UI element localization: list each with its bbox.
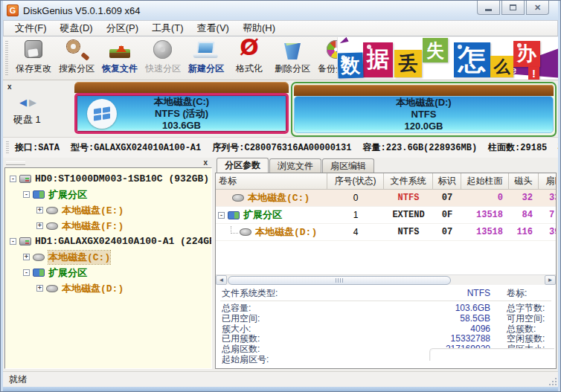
new-partition-button[interactable]: 新建分区 [185, 39, 228, 77]
expander-icon[interactable]: + [36, 285, 43, 292]
diskgenius-window: G DiskGenius V5.0.1.609 x64 ✕ 文件(F) 硬盘(D… [0, 0, 561, 392]
recover-files-button[interactable]: 恢复文件 [98, 39, 141, 77]
partition-d-box[interactable]: 本地磁盘(D:) NTFS 120.0GB [294, 96, 554, 133]
maximize-icon [510, 4, 516, 10]
menu-tools[interactable]: 工具(T) [145, 20, 190, 36]
tab-browse-files[interactable]: 浏览文件 [269, 158, 321, 173]
tree-item-hd1-extended[interactable]: - 扩展分区 [5, 265, 211, 280]
scroll-right-icon[interactable]: ► [545, 275, 556, 285]
tree-elbow [231, 226, 238, 234]
menu-disk[interactable]: 硬盘(D) [54, 20, 100, 36]
table-row-volume-d[interactable]: 本地磁盘(D:) 4 NTFS 07 13518 116 39 [216, 224, 556, 241]
partition-d-size: 120.0GB [404, 121, 443, 132]
new-partition-icon [193, 39, 219, 61]
disk-tree: - HD0:ST1000DM003-1SB10C (932GB) - 扩展分区 … [4, 167, 212, 369]
minimize-button[interactable] [477, 1, 500, 15]
extended-partition-icon [33, 269, 45, 277]
harddisk-icon [19, 175, 31, 183]
delete-partition-button[interactable]: 删除分区 [271, 39, 314, 77]
window-bottom-frame [3, 387, 558, 391]
partition-d-block[interactable]: 本地磁盘(D:) NTFS 120.0GB [291, 82, 557, 137]
partition-c-block[interactable]: 本地磁盘(C:) NTFS (活动) 103.6GB [74, 82, 289, 137]
expander-icon[interactable]: - [10, 176, 16, 182]
extended-partition-icon [33, 190, 45, 199]
right-panel: 分区参数 浏览文件 扇区编辑 卷标 序号(状态) 文件系统 标识 起始柱面 磁头… [215, 158, 558, 371]
maximize-button[interactable] [501, 1, 525, 15]
expander-icon[interactable]: - [23, 269, 30, 276]
close-icon: ✕ [534, 4, 541, 12]
tree-item-volume-d[interactable]: + 本地磁盘(D:) [5, 280, 211, 296]
expander-icon[interactable]: - [10, 238, 16, 245]
partition-details: 文件系统类型: NTFS 卷标: 总容量: 103.6GB 总字节数: 已用空间… [216, 285, 556, 368]
status-text: 就绪 [9, 373, 27, 386]
menu-file[interactable]: 文件(F) [8, 20, 54, 36]
menu-view[interactable]: 查看(V) [190, 20, 236, 36]
table-horizontal-scrollbar[interactable]: ◄ ► [216, 274, 556, 285]
partition-d-fs: NTFS [411, 109, 437, 121]
scrollbar-thumb[interactable] [228, 276, 451, 285]
partition-params-panel: 卷标 序号(状态) 文件系统 标识 起始柱面 磁头 扇区 本地磁盘(C:) 0 … [215, 173, 557, 369]
disk-serial: 序列号:C280076316AA00000131 [212, 141, 351, 154]
scroll-left-icon[interactable]: ◄ [216, 275, 227, 285]
banner-note: 数 [337, 52, 363, 78]
pen-doodle-icon [339, 37, 349, 45]
quick-partition-button[interactable]: 快速分区 [141, 39, 185, 77]
toolbar: 保存更改 搜索分区 恢复文件 快速分区 新建分区 Ø 格式化 删除分区 备份分区 [3, 36, 558, 80]
details-scroll-corner [429, 348, 554, 361]
expander-icon[interactable]: + [36, 207, 43, 213]
tree-item-hd0-extended[interactable]: - 扩展分区 [5, 187, 211, 202]
partition-d-name: 本地磁盘(D:) [396, 97, 451, 109]
tab-sector-edit[interactable]: 扇区编辑 [322, 158, 374, 173]
tree-panel-header: x [3, 158, 212, 167]
save-icon [21, 39, 46, 61]
partition-c-box[interactable]: 本地磁盘(C:) NTFS (活动) 103.6GB [74, 93, 289, 134]
expander-icon[interactable]: - [218, 212, 225, 219]
table-row-extended[interactable]: -扩展分区 1 EXTEND 0F 13518 84 7 [216, 207, 556, 224]
extended-partition-icon [228, 211, 240, 219]
status-bar: 就绪 [3, 371, 558, 387]
harddisk-icon [19, 237, 31, 245]
detail-row: 已用空间: 58.5GB 可用空间: [222, 314, 551, 324]
ad-banner[interactable]: 数 据 丢 失 怎 么 办 ! DiskGe [337, 37, 558, 80]
tree-item-hd1[interactable]: - HD1:GALAXGX024010A100-A1 (224GB) [5, 234, 211, 249]
partition-c-fs: NTFS (活动) [155, 108, 208, 120]
volume-icon [46, 222, 58, 230]
expander-icon[interactable]: + [23, 254, 30, 260]
next-disk-icon[interactable]: ▶ [29, 97, 39, 108]
title-bar[interactable]: G DiskGenius V5.0.1.609 x64 ✕ [3, 1, 558, 20]
detail-row: 文件系统类型: NTFS 卷标: [222, 287, 551, 299]
table-row-volume-c[interactable]: 本地磁盘(C:) 0 NTFS 07 0 32 33 [216, 190, 556, 207]
tree-item-volume-c[interactable]: + 本地磁盘(C:) [5, 249, 211, 265]
windows-flag-icon [87, 99, 117, 129]
tree-item-hd0[interactable]: - HD0:ST1000DM003-1SB10C (932GB) [5, 171, 211, 187]
search-icon [64, 39, 89, 61]
search-partition-button[interactable]: 搜索分区 [55, 39, 98, 77]
format-button[interactable]: Ø 格式化 [228, 39, 271, 77]
tab-partition-params[interactable]: 分区参数 [217, 158, 269, 173]
selected-tree-label: 本地磁盘(C:) [48, 251, 110, 264]
volume-icon [46, 285, 58, 292]
banner-note: 失 [423, 38, 448, 62]
partition-c-header-strip [74, 82, 289, 93]
tree-panel-close-icon[interactable]: x [203, 158, 208, 167]
panel-close-icon[interactable]: x [7, 83, 12, 91]
expander-icon[interactable]: - [23, 191, 30, 198]
quick-partition-icon [150, 39, 176, 61]
prev-disk-icon[interactable]: ◀ [19, 97, 29, 108]
banner-note: 么 [490, 56, 513, 77]
tab-bar: 分区参数 浏览文件 扇区编辑 [215, 158, 558, 173]
disk-interface: 接口:SATA [15, 141, 60, 154]
close-button[interactable]: ✕ [526, 1, 549, 15]
disk-model: 型号:GALAXGX024010A100-A1 [71, 141, 201, 154]
banner-note: ! [528, 67, 539, 80]
disk-info-bar: 接口:SATA 型号:GALAXGX024010A100-A1 序列号:C280… [3, 137, 558, 158]
save-changes-button[interactable]: 保存更改 [12, 39, 55, 77]
menu-partition[interactable]: 分区(P) [100, 20, 145, 36]
tree-item-volume-f[interactable]: + 本地磁盘(F:) [5, 218, 211, 234]
tree-item-volume-e[interactable]: + 本地磁盘(E:) [5, 202, 211, 218]
disk-map-band: x ◀▶ 硬盘 1 本地磁盘(C:) NTFS (活动) 103.6GB [3, 80, 558, 137]
banner-note: 办 [513, 41, 540, 67]
menu-bar: 文件(F) 硬盘(D) 分区(P) 工具(T) 查看(V) 帮助(H) [3, 20, 558, 36]
resize-grip[interactable] [547, 376, 557, 385]
expander-icon[interactable]: + [36, 222, 43, 229]
